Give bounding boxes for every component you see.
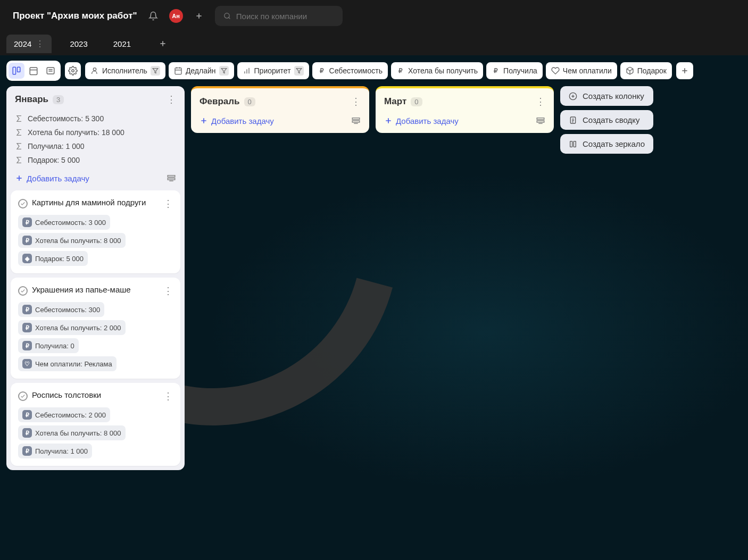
tag-label: Себестоимость: 300: [35, 306, 100, 314]
card-tag: ₽Получила: 0: [18, 338, 79, 353]
sigma-icon: [15, 114, 23, 123]
card-more-icon[interactable]: ⋮: [163, 285, 173, 297]
sigma-icon: [15, 142, 23, 151]
summary-row: Подарок: 5 000: [15, 153, 176, 167]
filter-chip[interactable]: Дедлайн: [169, 62, 234, 79]
ruble-icon: ₽: [22, 305, 32, 314]
heart-icon: [551, 66, 560, 75]
add-filter-button[interactable]: [676, 62, 693, 79]
column-title-wrap: Февраль 0: [200, 96, 255, 107]
column: Январь 3 ⋮ Себестоимость: 5 300Хотела бы…: [6, 86, 185, 470]
filter-chip[interactable]: Приоритет: [237, 62, 309, 79]
summary-toggle-icon[interactable]: [351, 116, 361, 126]
filter-chip[interactable]: Исполнитель: [85, 62, 165, 79]
card-more-icon[interactable]: ⋮: [163, 198, 173, 210]
view-board-icon[interactable]: [9, 63, 24, 79]
svg-rect-39: [352, 121, 360, 122]
filter-label: Подарок: [637, 66, 667, 75]
card-header: Украшения из папье-маше ⋮: [18, 285, 173, 297]
settings-chip[interactable]: [65, 62, 81, 79]
column-header: Январь 3 ⋮: [6, 86, 185, 110]
side-actions: Создать колонкуСоздать сводкуСоздать зер…: [560, 86, 653, 154]
column-count: 0: [244, 97, 255, 106]
summary-label: Подарок: 5 000: [28, 156, 80, 164]
card[interactable]: Украшения из папье-маше ⋮ ₽Себестоимость…: [11, 278, 180, 379]
add-icon[interactable]: [192, 9, 206, 23]
svg-marker-20: [221, 69, 227, 73]
column-header: Март 0 ⋮: [376, 88, 554, 112]
board: Январь 3 ⋮ Себестоимость: 5 300Хотела бы…: [0, 86, 748, 470]
summary-label: Получила: 1 000: [28, 142, 85, 151]
svg-text:₽: ₽: [320, 67, 324, 74]
add-task-row: Добавить задачу: [376, 112, 554, 133]
add-tab-icon[interactable]: [155, 36, 170, 51]
filter-chip[interactable]: ₽Получила: [486, 62, 543, 79]
card-tag: ₽Хотела бы получить: 2 000: [18, 320, 126, 335]
card-more-icon[interactable]: ⋮: [163, 390, 173, 402]
sigma-icon: [15, 156, 23, 164]
svg-rect-33: [168, 175, 175, 177]
add-task-button[interactable]: Добавить задачу: [384, 116, 459, 126]
ruble-icon: ₽: [318, 66, 326, 75]
filter-chip[interactable]: ₽Хотела бы получить: [391, 62, 483, 79]
cube-icon: [626, 66, 634, 75]
side-action-button[interactable]: Создать сводку: [560, 110, 653, 130]
summary-toggle-icon[interactable]: [536, 116, 545, 126]
svg-rect-38: [352, 118, 360, 120]
ruble-icon: ₽: [396, 66, 405, 75]
svg-marker-24: [296, 69, 302, 73]
card-title-wrap: Украшения из папье-маше: [18, 285, 159, 296]
plus-circle-icon: [569, 92, 577, 101]
filter-funnel-icon[interactable]: [294, 66, 304, 76]
add-task-row: Добавить задачу: [191, 112, 369, 133]
column-more-icon[interactable]: ⋮: [167, 94, 176, 105]
add-task-button[interactable]: Добавить задачу: [200, 116, 274, 126]
card-tag: ₽Хотела бы получить: 8 000: [18, 233, 126, 248]
summary-toggle-icon[interactable]: [167, 173, 176, 183]
filter-chip[interactable]: Чем оплатили: [546, 62, 617, 79]
tag-label: Себестоимость: 3 000: [35, 219, 106, 227]
tab-2021[interactable]: 2021: [106, 35, 138, 53]
column-more-icon[interactable]: ⋮: [536, 96, 545, 107]
add-task-button[interactable]: Добавить задачу: [15, 174, 89, 183]
view-calendar-icon[interactable]: [26, 63, 41, 79]
card[interactable]: Картины для маминой подруги ⋮ ₽Себестоим…: [11, 190, 180, 273]
ruble-icon: ₽: [22, 323, 32, 332]
card-tag: ◈Подарок: 5 000: [18, 251, 88, 266]
ruble-icon: ₽: [22, 446, 32, 456]
svg-marker-15: [153, 69, 158, 73]
filter-funnel-icon[interactable]: [151, 66, 160, 76]
search-box[interactable]: [215, 6, 343, 26]
side-action-button[interactable]: Создать колонку: [560, 86, 653, 106]
avatar[interactable]: Ан: [169, 9, 183, 23]
search-icon: [223, 12, 231, 20]
filter-chip[interactable]: Подарок: [620, 62, 672, 79]
check-circle-icon[interactable]: [18, 391, 28, 401]
sigma-icon: [15, 128, 23, 137]
ruble-icon: ₽: [22, 428, 32, 438]
check-circle-icon[interactable]: [18, 286, 28, 296]
tab-more-icon[interactable]: ⋮: [36, 39, 44, 49]
column-header: Февраль 0 ⋮: [191, 88, 369, 112]
card-title-wrap: Роспись толстовки: [18, 390, 159, 401]
check-circle-icon[interactable]: [18, 199, 28, 208]
card-title: Роспись толстовки: [32, 390, 101, 399]
plus-icon: [15, 174, 23, 182]
search-input[interactable]: [236, 12, 334, 21]
gear-icon: [68, 66, 78, 76]
filter-label: Себестоимость: [329, 66, 383, 75]
filter-funnel-icon[interactable]: [219, 66, 229, 76]
view-list-icon[interactable]: [43, 63, 59, 79]
notifications-icon[interactable]: [146, 9, 161, 23]
tab-2024[interactable]: 2024⋮: [6, 35, 52, 53]
filter-chip[interactable]: ₽Себестоимость: [312, 62, 388, 79]
add-task-label: Добавить задачу: [27, 174, 89, 183]
card-tag: ₽Себестоимость: 300: [18, 302, 104, 317]
summary-label: Себестоимость: 5 300: [28, 114, 104, 123]
card-tag: ♡Чем оплатили: Реклама: [18, 356, 117, 371]
column-more-icon[interactable]: ⋮: [351, 96, 361, 107]
card[interactable]: Роспись толстовки ⋮ ₽Себестоимость: 2 00…: [11, 383, 180, 466]
side-action-button[interactable]: Создать зеркало: [560, 134, 653, 154]
summary-label: Хотела бы получить: 18 000: [28, 128, 124, 137]
tab-2023[interactable]: 2023: [62, 35, 95, 53]
